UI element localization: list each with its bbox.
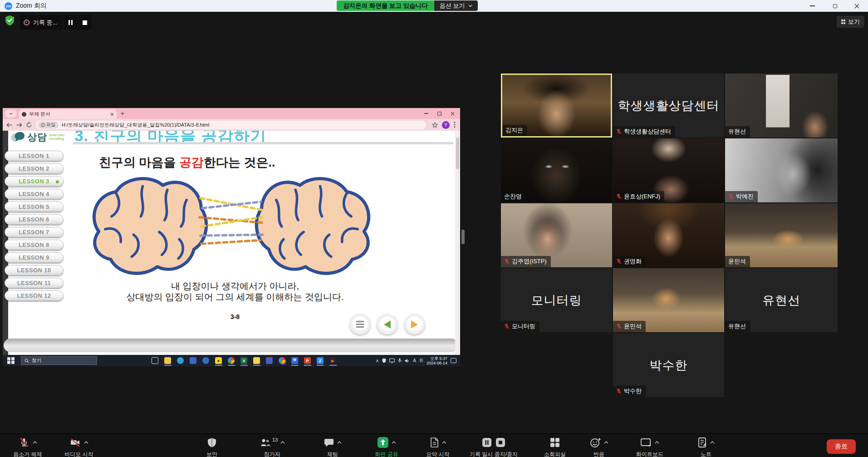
sidebar-item-lesson-7[interactable]: LESSON 7 — [5, 227, 64, 237]
taskbar-clock[interactable]: 오후 5:37 2024-06-14 — [427, 356, 447, 365]
recording-stop-button[interactable] — [78, 15, 92, 30]
next-slide-button[interactable] — [404, 314, 425, 334]
tray-ime-han-icon[interactable]: 한 — [419, 358, 423, 364]
unmute-button[interactable]: 음소거 해제 — [4, 436, 52, 457]
tray-speaker-icon[interactable] — [405, 359, 410, 363]
media-player-icon[interactable]: ▶ — [328, 355, 338, 366]
participant-tile[interactable]: 김주엽(ISTP) — [501, 203, 612, 267]
gallery-view-button[interactable]: 보기 — [837, 16, 865, 28]
share-screen-button[interactable]: 화면 공유 — [360, 436, 413, 457]
participant-tile[interactable]: 박수한 박수한 — [613, 333, 724, 397]
kakaotalk-icon[interactable]: ● — [213, 355, 224, 366]
sidebar-item-lesson-1[interactable]: LESSON 1 — [5, 151, 64, 161]
browser-menu-icon[interactable] — [454, 122, 456, 128]
participant-tile[interactable]: 유현선 유현선 — [725, 268, 838, 332]
minimize-button[interactable] — [802, 0, 823, 12]
browser-restore-icon[interactable] — [437, 112, 441, 116]
panel-divider-handle[interactable] — [461, 230, 465, 244]
task-view-icon[interactable] — [150, 355, 161, 366]
close-button[interactable] — [846, 0, 867, 12]
hancom-icon[interactable]: ᄒ — [289, 355, 300, 366]
tray-mic-icon[interactable] — [398, 358, 402, 363]
back-button[interactable] — [6, 123, 12, 128]
participant-tile[interactable]: 유현선 — [725, 74, 838, 138]
participant-tile[interactable]: 김지은 — [501, 74, 612, 138]
bookmark-star-icon[interactable] — [432, 122, 438, 128]
powerpoint-icon[interactable]: P — [302, 355, 313, 366]
chrome-icon[interactable] — [226, 355, 237, 366]
recording-pause-stop-button[interactable]: 기록 일시 중지/중지 — [460, 436, 528, 457]
browser-minimize-icon[interactable] — [424, 112, 428, 116]
tray-expand-icon[interactable]: ∧ — [376, 358, 379, 363]
security-shield-icon[interactable] — [5, 15, 15, 26]
browser-close-icon[interactable] — [451, 112, 455, 116]
sidebar-item-lesson-3[interactable]: LESSON 3 — [5, 176, 64, 187]
page-scrollbar[interactable] — [455, 131, 460, 355]
chevron-up-icon[interactable] — [442, 441, 446, 444]
chrome-profile-icon[interactable] — [277, 355, 288, 366]
participants-button[interactable]: 13 참가자 — [247, 436, 297, 457]
sidebar-item-lesson-10[interactable]: LESSON 10 — [5, 265, 64, 275]
breakout-rooms-button[interactable]: 소회의실 — [530, 436, 580, 457]
whiteboard-button[interactable]: 화이트보드 — [624, 436, 675, 457]
tab-close-icon[interactable] — [110, 113, 114, 116]
browser-tab[interactable]: 무제 문서 — [19, 109, 117, 119]
tray-shield-icon[interactable] — [382, 358, 386, 363]
start-button[interactable] — [7, 357, 15, 364]
chevron-up-icon[interactable] — [392, 441, 396, 444]
tray-display-icon[interactable] — [389, 359, 395, 363]
excel-icon[interactable]: X — [239, 355, 250, 366]
notification-center-icon[interactable] — [451, 358, 456, 363]
chevron-up-icon[interactable] — [655, 441, 659, 444]
chat-button[interactable]: 채팅 — [308, 436, 358, 457]
chevron-up-icon[interactable] — [84, 441, 88, 444]
chevron-up-icon[interactable] — [337, 441, 342, 444]
globe-app-icon[interactable] — [201, 355, 211, 366]
participant-tile[interactable]: 박예진 — [725, 138, 838, 202]
start-video-button[interactable]: 비디오 시작 — [54, 436, 104, 457]
stop-recording-icon[interactable] — [495, 437, 505, 447]
sidebar-item-lesson-11[interactable]: LESSON 11 — [5, 278, 64, 288]
sidebar-item-lesson-2[interactable]: LESSON 2 — [5, 163, 64, 174]
chevron-up-icon[interactable] — [710, 441, 715, 444]
view-options-button[interactable]: 옵션 보기 — [434, 0, 478, 11]
chevron-up-icon[interactable] — [280, 441, 285, 444]
refresh-button[interactable] — [26, 122, 32, 128]
recording-pause-button[interactable] — [64, 15, 77, 30]
file-explorer-icon[interactable] — [162, 355, 173, 366]
participant-tile[interactable]: 모니터링 모니터링 — [501, 268, 612, 332]
sidebar-item-lesson-9[interactable]: LESSON 9 — [5, 252, 64, 263]
sticky-notes-icon[interactable] — [251, 355, 262, 366]
tray-ime-a-icon[interactable]: A — [413, 358, 416, 363]
reactions-button[interactable]: 반응 — [575, 436, 623, 457]
tab-search-button[interactable] — [5, 110, 16, 118]
participant-tile[interactable]: 윤민석 — [613, 268, 724, 332]
scrollbar-thumb[interactable] — [456, 138, 459, 169]
start-summary-button[interactable]: 요약 시작 — [412, 436, 464, 457]
forward-button[interactable] — [16, 123, 22, 128]
menu-button[interactable] — [350, 314, 370, 334]
new-tab-button[interactable] — [120, 109, 125, 118]
end-meeting-button[interactable]: 종료 — [827, 439, 856, 454]
prev-slide-button[interactable] — [377, 314, 397, 334]
participant-tile[interactable]: 윤민석 — [725, 203, 838, 267]
notes-button[interactable]: 노트 — [683, 436, 729, 457]
address-bar[interactable]: 파일 H:/또래상담/솔리언또래상담_대학생용_알집%20(1)/DATA/3-… — [36, 121, 426, 129]
browser-profile-avatar[interactable]: Y — [442, 121, 450, 129]
participant-tile[interactable]: 학생생활상담센터 학생생활상담센터 — [613, 74, 724, 138]
participant-tile[interactable]: 권명화 — [613, 203, 724, 267]
pause-recording-icon[interactable] — [482, 437, 492, 447]
sidebar-item-lesson-8[interactable]: LESSON 8 — [5, 240, 64, 250]
sidebar-item-lesson-12[interactable]: LESSON 12 — [5, 290, 64, 301]
maximize-button[interactable] — [824, 0, 845, 12]
chevron-up-icon[interactable] — [604, 441, 608, 444]
security-button[interactable]: 보안 — [187, 436, 237, 457]
sidebar-item-lesson-6[interactable]: LESSON 6 — [5, 214, 64, 225]
blue-app-icon[interactable] — [188, 355, 199, 366]
taskbar-search-box[interactable]: 찾기 — [21, 356, 97, 365]
edge-browser-icon[interactable] — [175, 355, 186, 366]
calculator-icon[interactable] — [264, 355, 275, 366]
sidebar-item-lesson-5[interactable]: LESSON 5 — [5, 201, 64, 212]
participant-tile[interactable]: 손찬영 — [501, 138, 612, 202]
chevron-up-icon[interactable] — [33, 441, 37, 444]
